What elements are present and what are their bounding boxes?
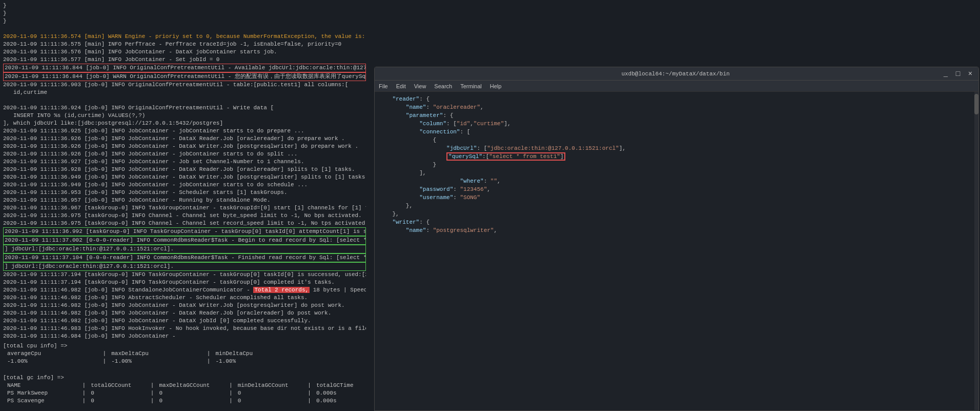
cpu-avg-val: -1.00%: [7, 358, 99, 365]
total-records-line: 2020-11-09 11:11:46.982 [job-0] INFO Sta…: [3, 286, 366, 294]
blank-line: [3, 365, 366, 373]
log-line: id,curtime: [3, 89, 366, 96]
log-line: 2020-11-09 11:11:46.982 [job-0] INFO Job…: [3, 302, 366, 309]
log-line: 2020-11-09 11:11:46.982 [job-0] INFO Job…: [3, 309, 366, 317]
scrollbar[interactable]: [974, 92, 978, 410]
log-line: 2020-11-09 11:11:36.926 [job-0] INFO Job…: [3, 150, 366, 158]
log-line: 2020-11-09 11:11:36.927 [job-0] INFO Job…: [3, 158, 366, 166]
log-line: 2020-11-09 11:11:36.577 [main] INFO JobC…: [3, 56, 366, 64]
log-line: 2020-11-09 11:11:36.975 [taskGroup-0] IN…: [3, 220, 366, 227]
log-line-red-box-warn: 2020-11-09 11:11:36.844 [job-0] WARN Ori…: [3, 72, 366, 81]
log-line: }: [3, 10, 366, 17]
log-line: 2020-11-09 11:11:36.924 [job-0] INFO Ori…: [3, 104, 366, 112]
cpu-info-section: [total cpu info] => averageCpu | maxDelt…: [3, 342, 366, 365]
json-name: "name": "oraclereader",: [379, 103, 974, 111]
log-lines-top: } } } 2020-11-09 11:11:36.574 [main] WAR…: [3, 2, 366, 340]
terminal-menubar: File Edit View Search Terminal Help: [375, 81, 978, 92]
gc-mdc-2: 0: [159, 397, 226, 405]
gc-total-count-label: totalGCCount: [91, 382, 147, 389]
gc-mindc-2: 0: [238, 397, 304, 405]
json-reader-open: "reader": {: [379, 95, 974, 103]
gc-mindc-1: 0: [238, 389, 304, 397]
cpu-sep3: |: [103, 358, 108, 365]
gc-max-delta-label: maxDeltaGCCount: [159, 382, 226, 389]
log-line: }: [3, 17, 366, 25]
log-line: 2020-11-09 11:11:36.975 [taskGroup-0] IN…: [3, 212, 366, 220]
log-line-green-box: 2020-11-09 11:11:37.002 [0-0-0-reader] I…: [3, 236, 366, 245]
gc-section-header: [total gc info] =>: [3, 374, 366, 382]
gc-mdc-1: 0: [159, 389, 226, 397]
json-username: "username": "SONG": [379, 193, 974, 202]
menu-search[interactable]: Search: [434, 83, 452, 89]
json-writer-open: "writer": {: [379, 218, 974, 226]
json-close-bracket: ],: [379, 169, 974, 177]
gc-tc-2: 0: [91, 397, 147, 405]
menu-help[interactable]: Help: [490, 83, 502, 89]
log-line-green-box: 2020-11-09 11:11:36.992 [taskGroup-0] IN…: [3, 227, 366, 236]
gc-sep2: |: [151, 382, 156, 389]
gc-name-1: PS MarkSweep: [7, 389, 79, 397]
terminal-titlebar: uxdb@local64:~/myDataX/datax/bin _ □ ×: [375, 67, 978, 81]
log-line: 2020-11-09 11:11:46.982 [job-0] INFO Job…: [3, 317, 366, 325]
log-line: 2020-11-09 11:11:36.926 [job-0] INFO Job…: [3, 135, 366, 143]
gc-tt-1: 0.000s: [316, 389, 366, 397]
total-records-badge: Total 2 records,: [253, 287, 310, 293]
json-password: "password": "123456",: [379, 185, 974, 193]
minimize-button[interactable]: _: [942, 70, 950, 77]
log-line: 2020-11-09 11:11:46.983 [job-0] INFO Hoo…: [3, 325, 366, 332]
terminal-content: "reader": { "name": "oraclereader", "par…: [375, 92, 978, 410]
menu-terminal[interactable]: Terminal: [460, 83, 482, 89]
gc-min-delta-label: minDeltaGCCount: [238, 382, 304, 389]
gc-sep2-3: |: [229, 397, 234, 405]
json-close-param: },: [379, 202, 974, 210]
json-jdbcurl: "jdbcUrl": ["jdbc:oracle:thin:@127.0.0.1…: [379, 144, 974, 152]
gc-row-2: PS Scavenge | 0 | 0 | 0 | 0.000s | 0.000…: [3, 397, 366, 405]
json-open-brace: {: [379, 136, 974, 144]
menu-edit[interactable]: Edit: [396, 83, 406, 89]
log-line: 2020-11-09 11:11:36.957 [job-0] INFO Job…: [3, 197, 366, 204]
gc-sep2-4: |: [308, 397, 313, 405]
gc-sep2-1: |: [83, 397, 88, 405]
gc-sep-4: |: [308, 389, 313, 397]
log-line: 2020-11-09 11:11:36.926 [job-0] INFO Job…: [3, 143, 366, 150]
close-button[interactable]: ×: [966, 70, 974, 77]
cpu-sep2: |: [207, 350, 212, 358]
gc-col-headers: NAME | totalGCCount | maxDeltaGCCount | …: [3, 382, 366, 389]
log-line: 2020-11-09 11:11:36.575 [main] INFO Perf…: [3, 41, 366, 48]
cpu-min-val: -1.00%: [215, 358, 236, 364]
log-line-green-box: 2020-11-09 11:11:37.104 [0-0-0-reader] I…: [3, 253, 366, 262]
gc-tc-1: 0: [91, 389, 147, 397]
gc-sep: |: [83, 382, 88, 389]
gc-sep4: |: [308, 382, 313, 389]
cpu-max-val: -1.00%: [111, 358, 203, 365]
right-terminal-window: uxdb@local64:~/myDataX/datax/bin _ □ × F…: [374, 67, 979, 411]
gc-sep-1: |: [83, 389, 88, 397]
cpu-col-headers: averageCpu | maxDeltaCpu | minDeltaCpu: [3, 350, 366, 358]
gc-sep2-2: |: [151, 397, 156, 405]
gc-sep-2: |: [151, 389, 156, 397]
menu-view[interactable]: View: [414, 83, 426, 89]
json-writer-name: "name": "postgresqlwriter",: [379, 226, 974, 234]
log-line: 2020-11-09 11:11:37.194 [taskGroup-0] IN…: [3, 271, 366, 279]
maximize-button[interactable]: □: [954, 70, 962, 77]
log-line: 2020-11-09 11:11:36.903 [job-0] INFO Ori…: [3, 81, 366, 89]
log-line: }: [3, 2, 366, 10]
window-controls: _ □ ×: [942, 70, 974, 77]
cpu-sep1: |: [103, 350, 108, 358]
gc-info-section: [total gc info] => NAME | totalGCCount |…: [3, 374, 366, 405]
scrollbar-thumb[interactable]: [974, 94, 978, 114]
log-line: 2020-11-09 11:11:36.949 [job-0] INFO Job…: [3, 181, 366, 189]
json-parameter: "parameter": {: [379, 111, 974, 120]
json-column: "column": ["id","curtime"],: [379, 120, 974, 128]
log-line-red-box: 2020-11-09 11:11:36.844 [job-0] INFO Ori…: [3, 64, 366, 72]
log-line: 2020-11-09 11:11:37.194 [taskGroup-0] IN…: [3, 279, 366, 286]
menu-file[interactable]: File: [379, 83, 388, 89]
log-line: 2020-11-09 11:11:46.982 [job-0] INFO Abs…: [3, 294, 366, 302]
log-line: INSERT INTO %s (id,curtime) VALUES(?,?): [3, 112, 366, 120]
gc-tt-2: 0.000s: [316, 397, 366, 405]
cpu-sep4: |: [207, 358, 212, 365]
log-line: [3, 96, 366, 104]
cpu-max-label: maxDeltaCpu: [111, 350, 203, 358]
cpu-avg-label: averageCpu: [7, 350, 99, 358]
json-connection: "connection": [: [379, 128, 974, 136]
